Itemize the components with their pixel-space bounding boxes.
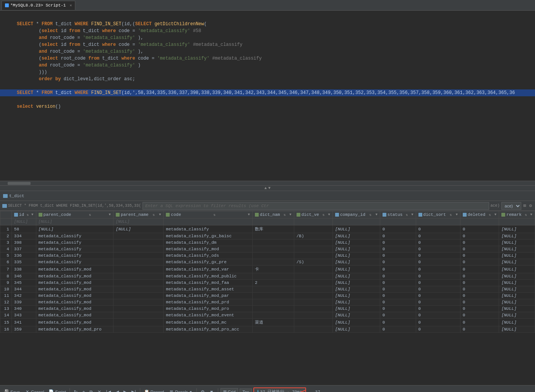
nav-extra2[interactable]: ▼ [208,389,216,392]
nav-first-button[interactable]: |◀ [104,389,112,392]
record-icon: 📋 [144,389,149,392]
data-table-container[interactable]: id⇅▼ parent_code⇅▼ parent_name⇅▼ code⇅▼ … [0,211,535,385]
table-row[interactable]: 3398metadata_classifymetadata_classify_d… [0,240,535,246]
table-cell: 342 [11,293,36,299]
table-cell [294,240,332,246]
th-filter-remark [499,219,535,225]
table-cell: metadata_classify [36,233,113,240]
th-deleted[interactable]: deleted⇅▼ [460,211,499,219]
nav-delete-button[interactable]: ✕ [96,389,103,392]
table-cell [294,312,332,319]
th-dict-sort[interactable]: dict_sort⇅▼ [416,211,460,219]
th-remark[interactable]: remark⇅▼ [499,211,535,219]
table-row[interactable]: 10344metadata_classify_modmetadata_class… [0,286,535,293]
table-cell: [NULL] [332,326,380,333]
th-dict-ve[interactable]: dict_ve⇅▼ [294,211,332,219]
table-row[interactable]: 5336metadata_classifymetadata_classify_o… [0,253,535,259]
table-row[interactable]: 16359metadata_classify_mod_prometadata_c… [0,326,535,333]
table-row[interactable]: 4337metadata_classifymetadata_classify_m… [0,246,535,253]
th-filter-dict-ve [294,219,332,225]
nav-extra1[interactable]: ⚙ [199,389,206,392]
nav-prev-button[interactable]: ◀ [114,389,120,392]
expand-button[interactable]: ⊞ [523,203,527,209]
table-cell: 346 [11,273,36,280]
filter-suffix: ace) [491,204,500,208]
table-row[interactable]: 11342metadata_classify_modmetadata_class… [0,293,535,299]
th-company-id[interactable]: company_id⇅▼ [332,211,380,219]
view-dropdown[interactable]: ace) [501,202,521,210]
th-parent-name[interactable]: parent_name⇅▼ [113,211,164,219]
up-arrow-icon[interactable]: ▲ [264,186,267,190]
table-cell: metadata_classify_mod [164,246,253,253]
result-tab[interactable]: t_dict [3,194,24,198]
down-arrow-icon[interactable]: ▼ [268,186,271,190]
th-parent-code[interactable]: parent_code⇅▼ [36,211,113,219]
nav-copy-button[interactable]: ⧉ [88,389,94,392]
table-cell: 344 [11,286,36,293]
horizontal-scrollbar[interactable] [0,181,535,185]
table-cell: 0 [460,266,499,273]
table-cell: 0 [460,240,499,246]
table-row[interactable]: 15341metadata_classify_modmetadata_class… [0,319,535,326]
table-cell [252,293,294,299]
table-row[interactable]: 8346metadata_classify_modmetadata_classi… [0,273,535,280]
table-cell: metadata_classify_gx_pre [164,259,253,266]
main-tab[interactable]: *MySQL8.0.23> Script-1 ✕ [2,1,75,10]
record-button[interactable]: 📋 Record [143,389,165,392]
editor-line [0,14,535,21]
table-row[interactable]: 158[NULL][NULL]metadata_classify数库[NULL]… [0,225,535,233]
table-row[interactable]: 2334metadata_classifymetadata_classify_g… [0,233,535,240]
save-button[interactable]: 💾 Save [2,389,21,392]
nav-next-button[interactable]: ▶ [122,389,128,392]
table-row[interactable]: 9345metadata_classify_modmetadata_classi… [0,280,535,286]
table-row[interactable]: 12339metadata_classify_modmetadata_class… [0,299,535,306]
table-cell [252,326,294,333]
editor-area[interactable]: SELECT * FROM t_dict WHERE FIND_IN_SET(i… [0,11,535,186]
table-cell: 0 [380,299,416,306]
table-cell: [NULL] [499,293,535,299]
table-row[interactable]: 7338metadata_classify_modmetadata_classi… [0,266,535,273]
table-row[interactable]: 6335metadata_classifymetadata_classify_g… [0,259,535,266]
table-cell: 0 [460,225,499,233]
table-row[interactable]: 14343metadata_classify_modmetadata_class… [0,312,535,319]
record-count: 37 [312,390,323,392]
th-code[interactable]: code⇅▼ [164,211,253,219]
scrollbar-thumb[interactable] [8,182,31,185]
table-cell: 338 [11,266,36,273]
table-cell: metadata_classify_mod_pro_acc [164,326,253,333]
data-table: id⇅▼ parent_code⇅▼ parent_name⇅▼ code⇅▼ … [0,211,535,333]
panels-button[interactable]: ⊞ Panels ▼ [167,389,194,392]
panel-divider[interactable]: ▲ ▼ [0,186,535,191]
editor-line: (select id from t_dict where code = 'met… [0,28,535,34]
grid-view-button[interactable]: ⊞ Grid [220,388,238,392]
cancel-button[interactable]: ✕ Cancel [23,389,45,392]
table-cell: [NULL] [499,246,535,253]
table-cell: 0 [460,273,499,280]
text-view-button[interactable]: Tex [240,389,251,392]
table-cell: 0 [416,253,460,259]
filter-input[interactable] [143,202,489,210]
table-cell: [NULL] [332,266,380,273]
table-cell: metadata_classify_mod_mc [164,319,253,326]
table-row[interactable]: 13340metadata_classify_modmetadata_class… [0,306,535,312]
table-cell: metadata_classify_mod_pro [164,306,253,312]
settings-button[interactable]: ⚙ [529,203,533,209]
table-cell: 16 [0,326,12,333]
table-cell: 0 [416,266,460,273]
table-cell: 数库 [252,225,294,233]
script-button[interactable]: 📄 Script [47,389,67,392]
table-cell [294,299,332,306]
nav-refresh-button[interactable]: ↻ [72,389,79,392]
nav-last-button[interactable]: ▶| [130,389,138,392]
th-dict-nam[interactable]: dict_nam⇅▼ [252,211,294,219]
nav-add-button[interactable]: + [81,389,86,392]
table-cell: 0 [380,253,416,259]
table-cell: /S) [294,259,332,266]
table-cell: 3 [0,240,12,246]
panels-dropdown-icon[interactable]: ▼ [189,390,193,392]
th-id[interactable]: id⇅▼ [11,211,36,219]
table-cell: metadata_classify [36,246,113,253]
close-icon[interactable]: ✕ [70,3,72,8]
th-status[interactable]: status⇅▼ [380,211,416,219]
table-cell: 58 [11,225,36,233]
